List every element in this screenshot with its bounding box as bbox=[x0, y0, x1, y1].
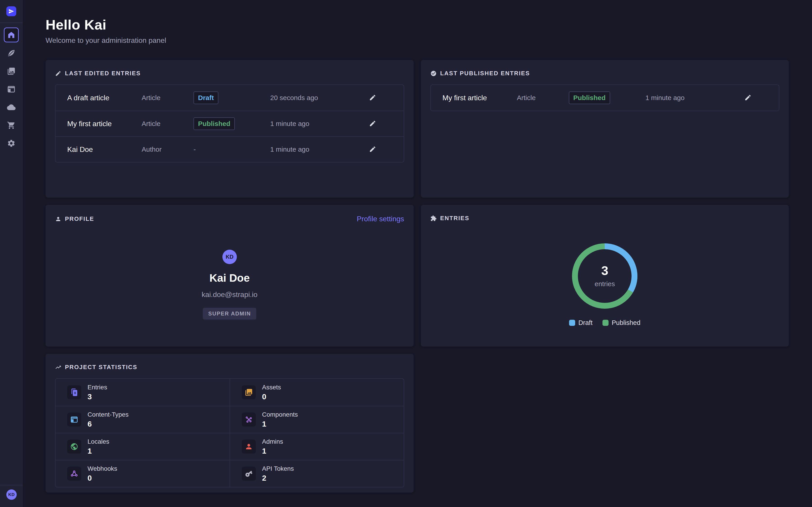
sidebar-item-home[interactable] bbox=[4, 27, 19, 42]
last-edited-table: A draft article Article Draft 20 seconds… bbox=[55, 84, 404, 163]
entries-total-label: entries bbox=[595, 280, 615, 288]
chart-legend: Draft Published bbox=[430, 319, 779, 327]
entry-type: Article bbox=[142, 94, 194, 102]
stat-value: 0 bbox=[262, 392, 281, 401]
card-title: LAST EDITED ENTRIES bbox=[65, 70, 141, 77]
last-published-table: My first article Article Published 1 min… bbox=[430, 84, 779, 111]
edit-entry-button[interactable] bbox=[743, 92, 753, 104]
table-row: Kai Doe Author - 1 minute ago bbox=[55, 136, 404, 162]
user-icon bbox=[55, 216, 61, 222]
pictures-icon bbox=[245, 388, 253, 396]
sidebar-item-content-manager[interactable] bbox=[5, 47, 17, 59]
sidebar: KD bbox=[0, 0, 22, 507]
stat-label: Webhooks bbox=[88, 465, 117, 472]
legend-item-draft: Draft bbox=[569, 319, 593, 327]
sidebar-item-marketplace[interactable] bbox=[5, 119, 17, 131]
stat-value: 1 bbox=[262, 447, 283, 455]
entry-time: 1 minute ago bbox=[270, 120, 367, 127]
profile-name: Kai Doe bbox=[209, 272, 250, 284]
stat-label: Content-Types bbox=[88, 411, 129, 418]
pencil-icon bbox=[744, 94, 752, 101]
profile-role-badge: SUPER ADMIN bbox=[203, 308, 256, 320]
key-icon bbox=[245, 469, 253, 478]
table-row: A draft article Article Draft 20 seconds… bbox=[55, 85, 404, 111]
trending-up-icon bbox=[55, 364, 61, 371]
stat-value: 6 bbox=[88, 419, 129, 428]
edit-entry-button[interactable] bbox=[367, 118, 378, 129]
stat-label: Components bbox=[262, 411, 298, 418]
stat-assets: Assets 0 bbox=[230, 379, 404, 406]
profile-email: kai.doe@strapi.io bbox=[202, 290, 258, 299]
entry-name: My first article bbox=[67, 120, 142, 128]
card-title: PROJECT STATISTICS bbox=[65, 364, 137, 371]
check-circle-icon bbox=[430, 70, 437, 76]
stat-admins: Admins 1 bbox=[230, 433, 404, 460]
card-project-statistics: PROJECT STATISTICS Entries 3 Assets 0 bbox=[46, 354, 414, 493]
feather-icon bbox=[7, 49, 15, 57]
legend-item-published: Published bbox=[603, 319, 640, 327]
stat-label: Assets bbox=[262, 384, 281, 391]
entry-time: 20 seconds ago bbox=[270, 94, 367, 102]
published-color-chip bbox=[603, 320, 609, 326]
card-profile: PROFILE Profile settings KD Kai Doe kai.… bbox=[46, 205, 414, 347]
layout-icon bbox=[70, 415, 78, 424]
card-last-published-entries: LAST PUBLISHED ENTRIES My first article … bbox=[421, 60, 789, 198]
user-avatar[interactable]: KD bbox=[6, 490, 17, 500]
stat-value: 3 bbox=[88, 392, 107, 401]
sidebar-item-content-type-builder[interactable] bbox=[5, 83, 17, 96]
pencil-icon bbox=[55, 70, 61, 76]
strapi-logo[interactable] bbox=[6, 6, 16, 16]
docs-icon bbox=[70, 388, 78, 396]
stat-label: Admins bbox=[262, 438, 283, 445]
card-title: PROFILE bbox=[65, 215, 94, 222]
legend-label: Draft bbox=[578, 319, 593, 327]
profile-settings-link[interactable]: Profile settings bbox=[357, 215, 404, 223]
stat-content-types: Content-Types 6 bbox=[55, 406, 230, 433]
stat-entries: Entries 3 bbox=[55, 379, 230, 406]
stat-value: 1 bbox=[88, 447, 109, 455]
cloud-icon bbox=[7, 103, 15, 112]
table-row: My first article Article Published 1 min… bbox=[431, 85, 779, 111]
main-content: Hello Kai Welcome to your administration… bbox=[22, 0, 812, 507]
stats-table: Entries 3 Assets 0 Content-Types 6 bbox=[55, 378, 404, 488]
entry-time: 1 minute ago bbox=[270, 146, 367, 153]
cart-icon bbox=[7, 121, 15, 129]
layout-icon bbox=[7, 85, 15, 94]
sidebar-item-media-library[interactable] bbox=[5, 65, 17, 77]
stat-value: 1 bbox=[262, 419, 298, 428]
stat-components: Components 1 bbox=[230, 406, 404, 433]
entry-type: Author bbox=[142, 146, 194, 153]
pencil-icon bbox=[369, 146, 376, 153]
sidebar-item-deploy[interactable] bbox=[5, 101, 17, 114]
card-entries-chart: ENTRIES 3 entries Dra bbox=[421, 205, 789, 347]
status-badge: Draft bbox=[194, 92, 218, 104]
pictures-icon bbox=[7, 67, 15, 75]
edit-entry-button[interactable] bbox=[367, 92, 378, 104]
status-badge: Published bbox=[569, 92, 610, 104]
molecule-icon bbox=[245, 415, 253, 424]
sidebar-item-settings[interactable] bbox=[5, 137, 17, 150]
webhook-icon bbox=[70, 469, 78, 478]
stat-webhooks: Webhooks 0 bbox=[55, 460, 230, 487]
widgets-grid: LAST EDITED ENTRIES A draft article Arti… bbox=[46, 60, 789, 493]
page-subtitle: Welcome to your administration panel bbox=[46, 36, 789, 45]
pencil-icon bbox=[369, 120, 376, 127]
user-icon bbox=[245, 443, 253, 451]
gear-icon bbox=[7, 139, 15, 148]
table-row: My first article Article Published 1 min… bbox=[55, 111, 404, 136]
entry-name: My first article bbox=[443, 94, 517, 102]
sidebar-nav bbox=[0, 23, 22, 155]
status-empty: - bbox=[194, 146, 196, 153]
stat-value: 0 bbox=[88, 474, 117, 483]
home-icon bbox=[7, 31, 15, 39]
profile-avatar: KD bbox=[222, 250, 237, 264]
entry-name: A draft article bbox=[67, 94, 142, 102]
send-icon bbox=[8, 8, 14, 14]
edit-entry-button[interactable] bbox=[367, 144, 378, 155]
legend-label: Published bbox=[612, 319, 640, 327]
entry-time: 1 minute ago bbox=[646, 94, 743, 102]
stat-api-tokens: API Tokens 2 bbox=[230, 460, 404, 487]
stat-locales: Locales 1 bbox=[55, 433, 230, 460]
entries-total: 3 bbox=[601, 264, 608, 277]
puzzle-icon bbox=[430, 215, 437, 222]
